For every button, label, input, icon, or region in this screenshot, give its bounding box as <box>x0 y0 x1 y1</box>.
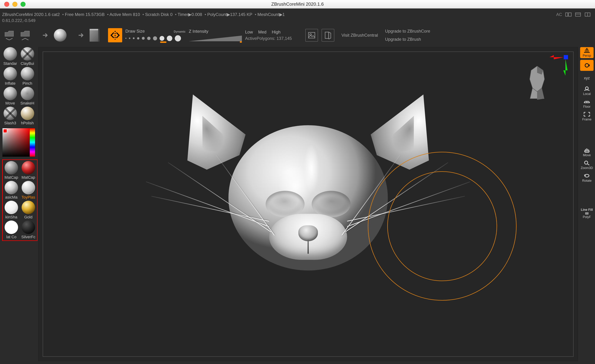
export-3d-button[interactable] <box>322 29 334 42</box>
material-toyplastic[interactable]: ToyPlas <box>20 181 36 200</box>
render-image-button[interactable] <box>305 29 318 42</box>
upgrade-zbrushcore-link[interactable]: Upgrade to ZBrushCore <box>385 29 430 34</box>
cat-head <box>228 125 388 271</box>
frame-button[interactable]: Frame <box>580 111 594 122</box>
active-polygons-label: ActivePolygons: <box>245 36 275 41</box>
quality-selector: Low Med High ActivePolygons: 137,145 <box>245 29 292 41</box>
material-skinshade[interactable]: kinSha <box>3 201 19 220</box>
draw-size-slider[interactable]: Draw Size Dynamic <box>125 29 186 42</box>
brush-slash3[interactable]: Slash3 <box>2 107 18 125</box>
door-export-icon <box>324 31 332 39</box>
svg-marker-20 <box>563 59 567 76</box>
floor-button[interactable]: Floor <box>580 98 594 109</box>
svg-point-12 <box>585 87 588 90</box>
z-intensity-wedge-icon <box>189 35 242 42</box>
layout-icon-3[interactable] <box>584 12 591 17</box>
brush-standard[interactable]: Standar <box>2 47 18 66</box>
primitive-cube-button[interactable] <box>90 29 99 42</box>
left-panel: Standar ClayBui Inflate Pinch Move Snake… <box>2 47 35 241</box>
symmetry-button[interactable] <box>108 28 122 42</box>
magnifier-icon <box>583 160 590 165</box>
brush-snakehook[interactable]: SnakeH <box>19 87 35 106</box>
status-timer: Timer▶0.008 <box>175 12 202 17</box>
layout-icon-2[interactable] <box>575 12 581 17</box>
move-view-button[interactable]: Move <box>580 147 594 158</box>
viewport[interactable] <box>38 47 578 361</box>
rotation-lock-button[interactable] <box>580 60 594 71</box>
perspective-icon <box>583 48 590 53</box>
material-silverfoil[interactable]: SilverFc <box>20 221 36 239</box>
frame-icon <box>583 112 590 117</box>
status-ac-label: AC <box>556 12 562 17</box>
svg-rect-1 <box>568 13 571 16</box>
svg-marker-18 <box>564 55 568 59</box>
status-scratch-disk: Scratch Disk 0 <box>142 12 173 17</box>
local-button[interactable]: Local <box>580 85 594 96</box>
brush-hpolish[interactable]: hPolish <box>19 107 35 125</box>
cat-muzzle <box>269 214 347 260</box>
floor-grid-icon <box>583 99 590 104</box>
rotate-view-button[interactable]: Rotate <box>580 172 594 183</box>
image-icon <box>308 31 316 39</box>
brush-pinch[interactable]: Pinch <box>19 67 35 86</box>
quality-low-button[interactable]: Low <box>245 29 253 35</box>
tool-select-arrow[interactable] <box>41 30 51 40</box>
svg-rect-2 <box>575 13 581 16</box>
brush-inflate[interactable]: Inflate <box>2 67 18 86</box>
top-toolbar: Draw Size Dynamic Z Intensity <box>3 26 592 45</box>
window-title: ZBrushCoreMini 2020.1.6 <box>0 1 595 7</box>
svg-point-11 <box>585 64 589 67</box>
svg-rect-0 <box>566 13 568 16</box>
status-bar: ZBrushCoreMini 2020.1.6 cat2 Free Mem 15… <box>2 11 593 18</box>
camera-head-gizmo[interactable] <box>525 65 550 104</box>
svg-rect-8 <box>308 32 315 38</box>
save-file-button[interactable] <box>19 29 32 42</box>
perspective-toggle-button[interactable]: Persp <box>580 47 594 58</box>
material-matcap-gray[interactable]: MatCap <box>3 161 19 180</box>
subtool-select-arrow[interactable] <box>77 30 86 40</box>
color-picker[interactable] <box>2 128 35 157</box>
primitive-sphere-button[interactable] <box>54 29 67 42</box>
draw-size-track[interactable] <box>125 35 186 42</box>
material-gold[interactable]: Gold <box>20 201 36 220</box>
material-basic[interactable]: asicMa <box>3 181 19 200</box>
z-intensity-slider[interactable]: Z Intensity <box>189 29 242 42</box>
hand-move-icon <box>583 147 590 153</box>
line-fill-button[interactable]: Line Fill PolyF <box>580 208 594 219</box>
color-picker-hue-strip[interactable] <box>30 128 35 157</box>
window-close-button[interactable] <box>4 2 9 7</box>
draw-size-handle[interactable] <box>160 42 166 43</box>
folder-icon <box>20 30 30 38</box>
quality-med-button[interactable]: Med <box>258 29 267 35</box>
cat-nose <box>298 225 318 241</box>
window-minimize-button[interactable] <box>12 2 17 7</box>
arrow-right-icon <box>42 32 49 39</box>
window-maximize-button[interactable] <box>21 2 26 7</box>
layout-icon-1[interactable] <box>565 12 572 17</box>
brush-move[interactable]: Move <box>2 87 18 106</box>
window-titlebar: ZBrushCoreMini 2020.1.6 <box>0 0 595 8</box>
svg-marker-19 <box>550 55 564 59</box>
material-matcap-red[interactable]: MatCap <box>20 161 36 180</box>
upgrade-zbrush-link[interactable]: Upgrade to ZBrush <box>385 37 430 42</box>
draw-size-label: Draw Size <box>125 29 145 34</box>
rotate-icon <box>583 173 590 178</box>
xyz-axis-button[interactable]: xyz <box>580 73 594 84</box>
brush-claybuildup[interactable]: ClayBui <box>19 47 35 66</box>
status-polycount: PolyCount▶137.145 KP <box>205 12 252 17</box>
quality-high-button[interactable]: High <box>272 29 281 35</box>
open-file-button[interactable] <box>3 29 16 42</box>
brush-palette: Standar ClayBui Inflate Pinch Move Snake… <box>2 47 35 125</box>
arrow-right-icon <box>78 32 85 39</box>
visit-zbrushcentral-link[interactable]: Visit ZBrushCentral <box>338 33 382 38</box>
folder-open-icon <box>4 30 14 38</box>
dynamic-label: Dynamic <box>174 30 186 33</box>
right-toolbar: Persp xyz Local Floor Frame Move Zoom3D <box>580 47 594 219</box>
material-flat[interactable]: lat Co <box>3 221 19 239</box>
local-icon <box>583 86 590 91</box>
cat-eye-left <box>266 191 305 217</box>
zoom3d-button[interactable]: Zoom3D <box>580 159 594 170</box>
active-polygons-value: 137,145 <box>276 36 292 41</box>
z-intensity-handle[interactable] <box>240 41 242 43</box>
cat-eye-right <box>312 191 351 217</box>
